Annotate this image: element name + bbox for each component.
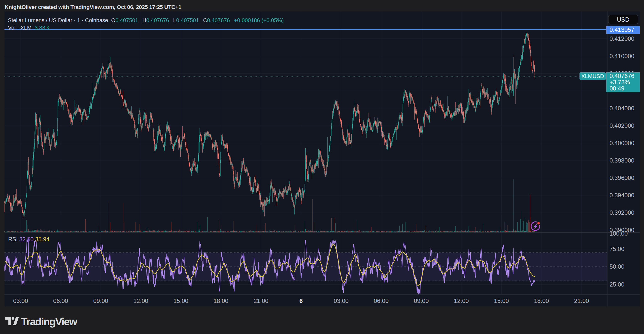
svg-text:TradingView: TradingView — [21, 316, 78, 327]
svg-text:KnightOliver created with Trad: KnightOliver created with TradingView.co… — [5, 4, 182, 10]
svg-text:0.400000: 0.400000 — [610, 140, 634, 146]
svg-text:USD: USD — [617, 16, 630, 23]
svg-text:25.00: 25.00 — [610, 281, 624, 288]
svg-text:Vol · XLM 3.83 K: Vol · XLM 3.83 K — [8, 25, 50, 31]
svg-text:0.392000: 0.392000 — [610, 209, 634, 216]
svg-text:15:00: 15:00 — [494, 297, 509, 304]
svg-text:0.412000: 0.412000 — [610, 35, 634, 42]
svg-text:12:00: 12:00 — [454, 297, 469, 304]
svg-text:15:00: 15:00 — [174, 297, 188, 304]
svg-text:0.398000: 0.398000 — [610, 157, 634, 164]
svg-text:21:00: 21:00 — [574, 297, 589, 304]
svg-text:03:00: 03:00 — [334, 297, 349, 304]
svg-text:18:00: 18:00 — [214, 297, 228, 304]
svg-text:06:00: 06:00 — [53, 297, 68, 304]
svg-text:0.404000: 0.404000 — [610, 105, 634, 112]
svg-text:0.413057: 0.413057 — [610, 26, 634, 33]
svg-text:09:00: 09:00 — [93, 297, 108, 304]
svg-text:0.402000: 0.402000 — [610, 122, 634, 129]
svg-text:03:00: 03:00 — [13, 297, 28, 304]
svg-text:100.00: 100.00 — [610, 230, 628, 237]
svg-text:0.396000: 0.396000 — [610, 175, 634, 181]
svg-text:RSI 32.50 35.94: RSI 32.50 35.94 — [8, 236, 50, 243]
svg-text:50.00: 50.00 — [610, 263, 624, 270]
svg-text:21:00: 21:00 — [254, 297, 268, 304]
svg-text:06:00: 06:00 — [374, 297, 389, 304]
svg-text:00:49: 00:49 — [610, 85, 624, 92]
svg-text:6: 6 — [299, 297, 302, 304]
svg-text:XLMUSD: XLMUSD — [581, 73, 604, 79]
svg-text:+3.73%: +3.73% — [610, 79, 630, 85]
svg-text:0.410000: 0.410000 — [610, 53, 634, 59]
svg-text:0.394000: 0.394000 — [610, 192, 634, 199]
svg-text:Stellar Lumens / US Dollar · 1: Stellar Lumens / US Dollar · 1 · Coinbas… — [8, 17, 108, 23]
svg-text:12:00: 12:00 — [133, 297, 148, 304]
svg-text:18:00: 18:00 — [534, 297, 549, 304]
svg-text:0.407676: 0.407676 — [610, 73, 634, 79]
svg-text:O0.407501 H0.407676 L0.407: O0.407501 H0.407676 L0.407501 C0.407676 … — [111, 17, 284, 23]
svg-text:75.00: 75.00 — [610, 246, 624, 252]
svg-text:09:00: 09:00 — [414, 297, 428, 304]
